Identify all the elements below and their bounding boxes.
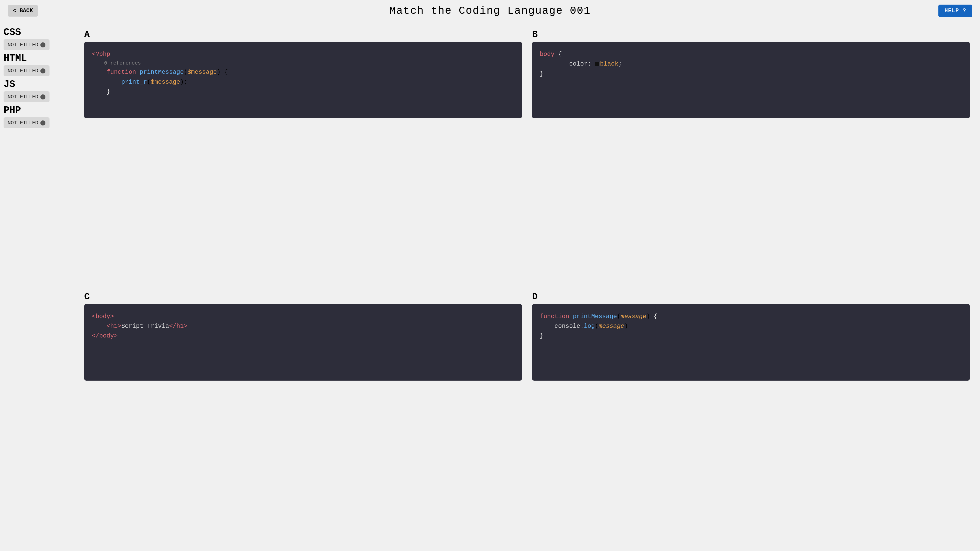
code-block-c: <body> <h1>Script Trivia</h1> </body> — [84, 304, 522, 381]
sidebar-item-css: CSS NOT FILLED — [3, 27, 70, 50]
html-not-filled-button[interactable]: NOT FILLED — [3, 65, 49, 76]
card-a: A <?php 0 references function printMessa… — [82, 27, 525, 284]
code-block-d: function printMessage(message) { console… — [532, 304, 970, 381]
css-btn-label: NOT FILLED — [8, 42, 38, 48]
sidebar-item-html: HTML NOT FILLED — [3, 53, 70, 76]
help-button[interactable]: HELP ? — [939, 5, 972, 17]
code-block-b: body { color: black; } — [532, 42, 970, 118]
js-not-filled-button[interactable]: NOT FILLED — [3, 91, 49, 102]
card-c-letter: C — [84, 292, 522, 302]
header: < BACK Match the Coding Language 001 HEL… — [0, 0, 980, 22]
sidebar-item-js: JS NOT FILLED — [3, 79, 70, 102]
js-btn-label: NOT FILLED — [8, 94, 38, 100]
content-area: A <?php 0 references function printMessa… — [74, 22, 980, 551]
php-btn-label: NOT FILLED — [8, 120, 38, 126]
main-layout: CSS NOT FILLED HTML NOT FILLED JS NOT FI… — [0, 22, 980, 551]
sidebar-item-php: PHP NOT FILLED — [3, 105, 70, 128]
html-label: HTML — [3, 53, 70, 64]
sidebar: CSS NOT FILLED HTML NOT FILLED JS NOT FI… — [0, 22, 74, 551]
plus-icon-html — [40, 68, 45, 73]
card-d: D function printMessage(message) { conso… — [530, 289, 972, 546]
css-not-filled-button[interactable]: NOT FILLED — [3, 39, 49, 50]
js-label: JS — [3, 79, 70, 90]
html-btn-label: NOT FILLED — [8, 68, 38, 74]
php-label: PHP — [3, 105, 70, 116]
plus-icon-js — [40, 94, 45, 100]
card-b-letter: B — [532, 29, 970, 40]
card-c: C <body> <h1>Script Trivia</h1> </body> — [82, 289, 525, 546]
card-b: B body { color: black; } — [530, 27, 972, 284]
page-title: Match the Coding Language 001 — [390, 5, 591, 17]
card-d-letter: D — [532, 292, 970, 302]
php-not-filled-button[interactable]: NOT FILLED — [3, 118, 49, 128]
plus-icon-php — [40, 121, 45, 125]
card-a-letter: A — [84, 29, 522, 40]
css-label: CSS — [3, 27, 70, 38]
back-button[interactable]: < BACK — [8, 5, 38, 17]
code-block-a: <?php 0 references function printMessage… — [84, 42, 522, 118]
plus-icon — [40, 42, 45, 48]
